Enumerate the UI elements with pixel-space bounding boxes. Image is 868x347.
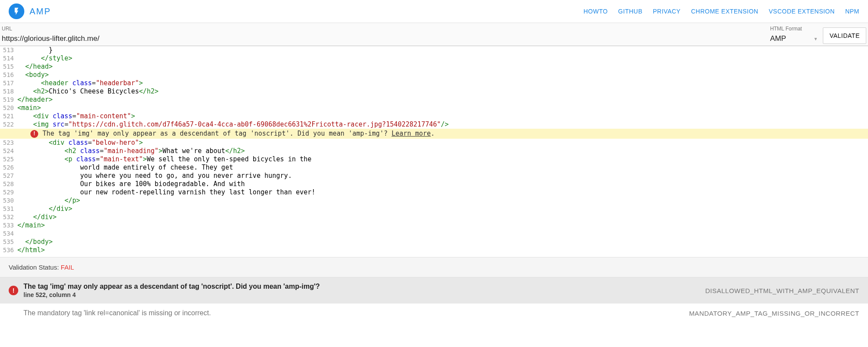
inline-error-text: The tag 'img' may only appear as a desce… xyxy=(43,130,435,138)
line-number: 521 xyxy=(0,112,17,120)
line-number: 514 xyxy=(0,54,17,63)
code-line[interactable]: 534 xyxy=(0,230,868,238)
nav-link[interactable]: VSCODE EXTENSION xyxy=(769,8,835,15)
code-line[interactable]: 536</html> xyxy=(0,246,868,254)
code-content: </head> xyxy=(17,63,868,71)
line-number: 533 xyxy=(0,221,17,230)
code-content: <h2>Chico's Cheese Bicycles</h2> xyxy=(17,87,868,96)
error-list: !The tag 'img' may only appear as a desc… xyxy=(0,277,868,318)
line-number: 523 xyxy=(0,139,17,147)
line-number: 535 xyxy=(0,238,17,246)
code-content: <header class="headerbar"> xyxy=(17,79,868,87)
code-line[interactable]: 532 </div> xyxy=(0,213,868,221)
code-content: <div class="below-hero"> xyxy=(17,139,868,147)
learn-more-link[interactable]: Learn more xyxy=(392,130,431,137)
amp-logo-icon xyxy=(9,3,24,19)
error-item[interactable]: !The tag 'img' may only appear as a desc… xyxy=(0,277,868,304)
line-number: 518 xyxy=(0,87,17,96)
nav-link[interactable]: NPM xyxy=(845,8,859,15)
code-line[interactable]: 528 Our bikes are 100% biodegradable. An… xyxy=(0,180,868,188)
url-field: URL xyxy=(2,26,765,46)
code-content: </div> xyxy=(17,205,868,213)
validation-status-bar: Validation Status: FAIL xyxy=(0,257,868,277)
line-number: 516 xyxy=(0,71,17,79)
code-content: <div class="main-content"> xyxy=(17,112,868,120)
code-line[interactable]: 518 <h2>Chico's Cheese Bicycles</h2> xyxy=(0,87,868,96)
error-item[interactable]: The mandatory tag 'link rel=canonical' i… xyxy=(0,304,868,318)
code-line[interactable]: 531 </div> xyxy=(0,205,868,213)
url-input[interactable] xyxy=(2,33,765,46)
code-line[interactable]: 519</header> xyxy=(0,96,868,104)
code-line[interactable]: 520<main> xyxy=(0,104,868,112)
code-content: </html> xyxy=(17,246,868,254)
line-number: 517 xyxy=(0,79,17,87)
code-line[interactable]: 527 you where you need to go, and you ne… xyxy=(0,172,868,180)
code-content: </header> xyxy=(17,96,868,104)
format-value: AMP xyxy=(770,34,786,43)
line-number: 536 xyxy=(0,246,17,254)
nav-link[interactable]: CHROME EXTENSION xyxy=(691,8,758,15)
error-icon: ! xyxy=(9,286,18,295)
code-content: </p> xyxy=(17,197,868,205)
code-content: </style> xyxy=(17,54,868,63)
chevron-down-icon: ▼ xyxy=(813,37,818,41)
brand[interactable]: AMP xyxy=(9,3,51,19)
format-field: HTML Format AMP ▼ xyxy=(770,26,818,46)
line-number: 513 xyxy=(0,46,17,54)
code-content: you where you need to go, and you never … xyxy=(17,172,868,180)
line-number: 532 xyxy=(0,213,17,221)
brand-text: AMP xyxy=(30,7,51,17)
format-label: HTML Format xyxy=(770,26,818,32)
status-label: Validation Status: xyxy=(9,264,61,271)
line-number: 524 xyxy=(0,147,17,155)
code-content: world made entirely of cheese. They get xyxy=(17,163,868,172)
error-title: The mandatory tag 'link rel=canonical' i… xyxy=(23,309,684,317)
code-line[interactable]: 516 <body> xyxy=(0,71,868,79)
error-code: DISALLOWED_HTML_WITH_AMP_EQUIVALENT xyxy=(705,287,859,294)
code-line[interactable]: 522 <img src="https://cdn.glitch.com/d7f… xyxy=(0,120,868,129)
code-content: } xyxy=(17,46,868,54)
code-line[interactable]: 535 </body> xyxy=(0,238,868,246)
code-content: <img src="https://cdn.glitch.com/d7f46a5… xyxy=(17,120,868,129)
code-line[interactable]: 513 } xyxy=(0,46,868,54)
format-select[interactable]: AMP ▼ xyxy=(770,33,818,46)
code-line[interactable]: 524 <h2 class="main-heading">What we're … xyxy=(0,147,868,155)
code-line[interactable]: 530 </p> xyxy=(0,197,868,205)
error-code: MANDATORY_AMP_TAG_MISSING_OR_INCORRECT xyxy=(689,310,859,317)
nav-link[interactable]: GITHUB xyxy=(618,8,643,15)
code-line[interactable]: 526 world made entirely of cheese. They … xyxy=(0,163,868,172)
controls-bar: URL HTML Format AMP ▼ VALIDATE xyxy=(0,23,868,46)
line-number: 531 xyxy=(0,205,17,213)
code-line[interactable]: 533</main> xyxy=(0,221,868,230)
status-value: FAIL xyxy=(61,264,74,271)
code-line[interactable]: 523 <div class="below-hero"> xyxy=(0,139,868,147)
line-number: 529 xyxy=(0,188,17,197)
line-number: 530 xyxy=(0,197,17,205)
code-content: Our bikes are 100% biodegradable. And wi… xyxy=(17,180,868,188)
code-line[interactable]: 521 <div class="main-content"> xyxy=(0,112,868,120)
nav-link[interactable]: PRIVACY xyxy=(653,8,681,15)
code-line[interactable]: 515 </head> xyxy=(0,63,868,71)
code-content: </main> xyxy=(17,221,868,230)
error-icon: ! xyxy=(30,130,38,138)
line-number: 534 xyxy=(0,230,17,238)
validate-button[interactable]: VALIDATE xyxy=(823,27,866,44)
code-content: </div> xyxy=(17,213,868,221)
code-content: <h2 class="main-heading">What we're abou… xyxy=(17,147,868,155)
line-number: 526 xyxy=(0,163,17,172)
inline-error[interactable]: !The tag 'img' may only appear as a desc… xyxy=(0,129,868,139)
code-line[interactable]: 514 </style> xyxy=(0,54,868,63)
line-number: 520 xyxy=(0,104,17,112)
code-line[interactable]: 517 <header class="headerbar"> xyxy=(0,79,868,87)
error-location: line 522, column 4 xyxy=(23,291,700,298)
nav-link[interactable]: HOWTO xyxy=(584,8,608,15)
code-line[interactable]: 525 <p class="main-text">We sell the onl… xyxy=(0,155,868,163)
code-editor[interactable]: 513 }514 </style>515 </head>516 <body>51… xyxy=(0,46,868,254)
line-number: 519 xyxy=(0,96,17,104)
top-nav: HOWTOGITHUBPRIVACYCHROME EXTENSIONVSCODE… xyxy=(584,8,859,15)
code-content: <main> xyxy=(17,104,868,112)
line-number: 515 xyxy=(0,63,17,71)
app-header: AMP HOWTOGITHUBPRIVACYCHROME EXTENSIONVS… xyxy=(0,0,868,23)
line-number: 522 xyxy=(0,120,17,129)
code-line[interactable]: 529 our new rodent-repelling varnish the… xyxy=(0,188,868,197)
